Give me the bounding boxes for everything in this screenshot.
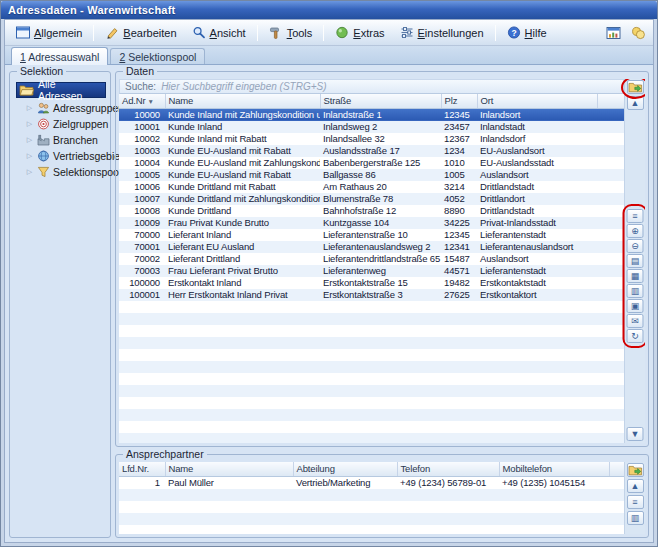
tree-item-zielgruppen[interactable]: ▷Zielgruppen xyxy=(25,117,106,131)
menu-bearbeiten[interactable]: Bearbeiten xyxy=(98,23,183,42)
cell: Inlandstadt xyxy=(477,121,597,133)
column-header-telefon[interactable]: Telefon xyxy=(397,462,499,476)
cell: 10003 xyxy=(119,145,165,157)
table-row-10008[interactable]: 10008Kunde DrittlandBahnhofstraße 128890… xyxy=(119,205,624,217)
table-row-10002[interactable]: 10002Kunde Inland mit RabattInlandsallee… xyxy=(119,133,624,145)
search-bar[interactable]: Suche: Hier Suchbegriff eingeben (STRG+S… xyxy=(119,79,624,94)
menu-label: Allgemein xyxy=(34,27,82,39)
table-row-70003[interactable]: 70003Frau Lieferant Privat BruttoLiefera… xyxy=(119,265,624,277)
tree-item-selektionspools[interactable]: ▷Selektionspools xyxy=(25,165,106,179)
search-label: Suche: xyxy=(125,81,156,92)
table-row-10003[interactable]: 10003Kunde EU-Ausland mit RabattAuslands… xyxy=(119,145,624,157)
cell: Lieferantenauslandsort xyxy=(477,241,597,253)
cell: 10007 xyxy=(119,193,165,205)
table-row-70002[interactable]: 70002Lieferant DrittlandLieferantendritt… xyxy=(119,253,624,265)
table-row-10001[interactable]: 10001Kunde InlandInlandsweg 223457Inland… xyxy=(119,121,624,133)
cell: 19482 xyxy=(441,277,477,289)
details-button[interactable]: ▤ xyxy=(627,254,644,268)
report-button[interactable] xyxy=(602,23,624,43)
column-header-mobiltelefon[interactable]: Mobiltelefon xyxy=(499,462,609,476)
menu-hilfe[interactable]: ?Hilfe xyxy=(500,23,554,42)
menu-allgemein[interactable]: Allgemein xyxy=(9,23,89,42)
table-row-100000[interactable]: 100000Erstkontakt InlandErstkontaktstraß… xyxy=(119,277,624,289)
column-header-name[interactable]: Name xyxy=(165,94,320,108)
cell: 10001 xyxy=(119,121,165,133)
cell: Erstkontaktort xyxy=(477,289,597,301)
column-header-name[interactable]: Name xyxy=(165,462,293,476)
report-icon xyxy=(606,26,621,40)
currency-button[interactable] xyxy=(627,23,649,43)
cell: 100000 xyxy=(119,277,165,289)
column-header-lfd-nr-[interactable]: Lfd.Nr. xyxy=(119,462,165,476)
cell: 12367 xyxy=(441,133,477,145)
tree-item-label: Zielgruppen xyxy=(53,118,108,130)
list-view-button[interactable]: ▥ xyxy=(627,511,644,525)
column-header-straße[interactable]: Straße xyxy=(320,94,441,108)
tree-item-alle-adressen[interactable]: Alle Adressen xyxy=(16,82,106,98)
menu-button[interactable]: ≡ xyxy=(627,495,644,509)
table-row-10009[interactable]: 10009Frau Privat Kunde BruttoKuntzgasse … xyxy=(119,217,624,229)
window-title: Adressdaten - Warenwirtschaft xyxy=(8,4,175,16)
tools-icon xyxy=(269,26,283,39)
list-view-button[interactable]: ▥ xyxy=(627,284,644,298)
table-view-button[interactable]: ▦ xyxy=(627,269,644,283)
menu-extras[interactable]: Extras xyxy=(328,23,391,42)
table-row-70000[interactable]: 70000Lieferant InlandLieferantenstraße 1… xyxy=(119,229,624,241)
menu-tools[interactable]: Tools xyxy=(262,23,320,42)
window-titlebar[interactable]: Adressdaten - Warenwirtschaft xyxy=(1,1,657,19)
cell: 44571 xyxy=(441,265,477,277)
zoom-out-button[interactable]: ⊖ xyxy=(627,239,644,253)
table-row-10006[interactable]: 10006Kunde Drittland mit RabattAm Rathau… xyxy=(119,181,624,193)
table-row-10004[interactable]: 10004Kunde EU-Ausland mit Zahlungskondit… xyxy=(119,157,624,169)
expander-icon[interactable]: ▷ xyxy=(25,104,34,112)
menu-label: Ansicht xyxy=(210,27,246,39)
mail-button[interactable]: ✉ xyxy=(627,314,644,328)
scroll-down-button[interactable]: ▼ xyxy=(627,427,644,441)
column-header-ort[interactable]: Ort xyxy=(477,94,597,108)
table-row-10000[interactable]: 10000Kunde Inland mit Zahlungskondition … xyxy=(119,108,624,121)
cell: Babenbergerstraße 125 xyxy=(320,157,441,169)
search-placeholder: Hier Suchbegriff eingeben (STRG+S) xyxy=(161,81,326,92)
grid-icon: ▣ xyxy=(631,302,640,311)
table-row-1[interactable]: 1Paul MüllerVertrieb/Marketing+49 (1234)… xyxy=(119,476,624,489)
cell: Kunde Drittland mit Rabatt xyxy=(165,181,320,193)
menu-button[interactable]: ≡ xyxy=(627,209,644,223)
column-header-plz[interactable]: Plz xyxy=(441,94,477,108)
table-row-10007[interactable]: 10007Kunde Drittland mit Zahlungskonditi… xyxy=(119,193,624,205)
daten-panel: Daten Suche: Hier Suchbegriff eingeben (… xyxy=(115,71,649,447)
contact-table-header: Lfd.Nr.NameAbteilungTelefonMobiltelefon xyxy=(119,462,624,476)
menu-icon: ≡ xyxy=(632,212,637,221)
tab-2-selektionspool[interactable]: 2 Selektionspool xyxy=(110,48,205,64)
tab-1-adressauswahl[interactable]: 1 Adressauswahl xyxy=(11,47,108,65)
menu-einstellungen[interactable]: Einstellungen xyxy=(393,23,491,42)
daten-rail: ▲ ≡⊕⊖▤▦▥▣✉↻ ▼ xyxy=(624,79,645,443)
tree-item-adressgruppen[interactable]: ▷Adressgruppen xyxy=(25,101,106,115)
refresh-button[interactable]: ↻ xyxy=(627,329,644,343)
expander-icon[interactable]: ▷ xyxy=(25,168,34,176)
expander-icon[interactable]: ▷ xyxy=(25,120,34,128)
scroll-up-button[interactable]: ▲ xyxy=(627,479,644,493)
column-header-abteilung[interactable]: Abteilung xyxy=(293,462,397,476)
table-row-10005[interactable]: 10005Kunde EU-Ausland mit RabattBallgass… xyxy=(119,169,624,181)
expander-icon[interactable]: ▷ xyxy=(25,136,34,144)
selection-tree: Alle Adressen ▷Adressgruppen▷Zielgruppen… xyxy=(13,79,107,182)
filler-column-header xyxy=(609,462,624,476)
globe-icon xyxy=(37,150,50,162)
tree-item-vertriebsgebiete[interactable]: ▷Vertriebsgebiete xyxy=(25,149,106,163)
table-row-70001[interactable]: 70001Lieferant EU AuslandLieferantenausl… xyxy=(119,241,624,253)
table-row-100001[interactable]: 100001Herr Erstkontakt Inland PrivatErst… xyxy=(119,289,624,301)
zoom-in-button[interactable]: ⊕ xyxy=(627,224,644,238)
cell: Lieferant EU Ausland xyxy=(165,241,320,253)
menu-ansicht[interactable]: Ansicht xyxy=(185,23,253,42)
cell: 10009 xyxy=(119,217,165,229)
folder-options-button[interactable] xyxy=(627,463,644,477)
empty-row xyxy=(119,313,624,325)
grid-view-button[interactable]: ▣ xyxy=(627,299,644,313)
tree-item-branchen[interactable]: ▷Branchen xyxy=(25,133,106,147)
expander-icon[interactable]: ▷ xyxy=(25,152,34,160)
column-header-ad-nr[interactable]: Ad.Nr▼ xyxy=(119,94,165,108)
scroll-up-button[interactable]: ▲ xyxy=(627,96,644,110)
folder-options-button[interactable] xyxy=(627,80,644,94)
cell: Inlandsallee 32 xyxy=(320,133,441,145)
cell: 23457 xyxy=(441,121,477,133)
